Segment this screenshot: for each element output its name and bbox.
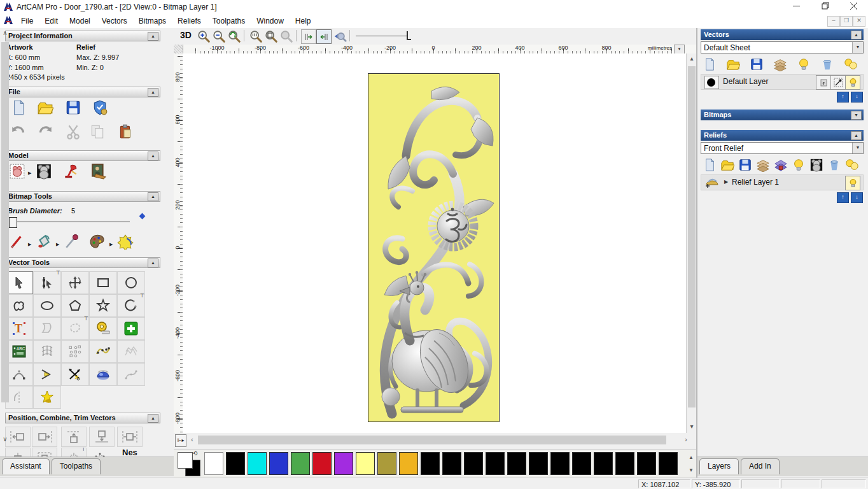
restore-button[interactable] <box>811 0 839 14</box>
save-model-button[interactable] <box>65 99 87 118</box>
reliefs-section-header[interactable]: Reliefs ▲ <box>701 130 864 141</box>
menu-model[interactable]: Model <box>64 14 96 28</box>
align-centre-button[interactable] <box>5 448 31 457</box>
relief-dropdown[interactable]: Front Relief ▼ <box>701 142 864 154</box>
greyscale-preview-button[interactable] <box>809 158 826 173</box>
mdi-restore-button[interactable]: ❐ <box>840 16 853 27</box>
palette-scroll-up-icon[interactable]: ▲ <box>687 453 695 463</box>
zoom-previous-button[interactable] <box>227 29 241 43</box>
paint-brush-button[interactable] <box>9 233 31 252</box>
tab-layers[interactable]: Layers <box>699 458 739 474</box>
palette-swatch[interactable] <box>421 452 440 475</box>
model-wizard-button[interactable] <box>92 99 113 118</box>
vertical-scrollbar[interactable]: ▴ ▾ <box>686 53 697 433</box>
section-header-position-combine-trim[interactable]: Position, Combine, Trim Vectors ▲ <box>5 413 160 423</box>
scroll-down-icon[interactable]: ▾ <box>687 423 697 430</box>
create-text-tool[interactable]: T <box>5 317 33 340</box>
palette-swatch[interactable] <box>486 452 505 475</box>
paste-along-curve-tool[interactable] <box>89 340 117 363</box>
collapse-icon[interactable]: ▲ <box>148 259 158 267</box>
menu-file[interactable]: File <box>15 14 39 28</box>
open-vector-layers-button[interactable] <box>726 57 743 73</box>
palette-swatch[interactable] <box>312 452 332 475</box>
zoom-1to1-button[interactable] <box>249 29 263 43</box>
layer-colour-swatch[interactable] <box>704 76 719 89</box>
horizontal-scrollbar[interactable]: ‹ › <box>188 434 690 446</box>
vector-layer-row[interactable]: Default Layer <box>701 74 864 90</box>
save-vector-layers-button[interactable] <box>750 57 766 73</box>
drawing-canvas[interactable] <box>183 53 686 433</box>
fade-slider-track[interactable] <box>356 36 407 36</box>
scroll-right-icon[interactable]: › <box>682 435 690 445</box>
section-header-project-information[interactable]: Project Information ▲ <box>5 31 160 41</box>
palette-swatch[interactable] <box>507 452 526 475</box>
merge-vector-layers-button[interactable] <box>773 57 790 73</box>
palette-swatch[interactable] <box>464 452 483 475</box>
create-polygon-tool[interactable] <box>61 294 89 317</box>
save-relief-button[interactable] <box>738 158 755 173</box>
palette-swatch[interactable] <box>377 452 396 475</box>
block-copy-tool[interactable] <box>61 340 89 363</box>
relief-layer-row[interactable]: ▶ Relief Layer 1 <box>701 174 864 190</box>
create-rectangle-tool[interactable] <box>89 271 117 294</box>
tab-add-in[interactable]: Add In <box>741 458 780 474</box>
wrap-text-tool[interactable] <box>33 317 61 340</box>
section-header-bitmap-tools[interactable]: Bitmap Tools ▲ <box>5 191 160 202</box>
tab-assistant[interactable]: Assistant <box>2 458 50 474</box>
palette-swatch[interactable] <box>572 452 591 475</box>
copy-button[interactable] <box>89 124 111 143</box>
zoom-in-button[interactable] <box>197 29 211 43</box>
scroll-down-icon[interactable]: ∨ <box>0 436 10 443</box>
delete-relief-layer-button[interactable] <box>827 158 844 173</box>
chevron-down-icon[interactable]: ▼ <box>852 143 863 153</box>
close-button[interactable] <box>839 0 868 14</box>
vectors-section-header[interactable]: Vectors ▲ <box>701 29 864 40</box>
centre-in-page-button[interactable] <box>117 427 143 447</box>
scrollbar-thumb[interactable] <box>688 66 696 408</box>
reduce-colours-button[interactable] <box>117 233 139 252</box>
palette-swatch[interactable] <box>615 452 634 475</box>
paste-button[interactable] <box>117 124 139 143</box>
menu-reliefs[interactable]: Reliefs <box>172 14 207 28</box>
palette-swatch[interactable] <box>594 452 613 475</box>
scrollbar-thumb[interactable] <box>198 436 666 444</box>
move-relief-down-button[interactable]: ↓ <box>851 192 863 203</box>
flyout-arrow-icon[interactable]: ▶ <box>109 242 113 247</box>
offset-vector-tool[interactable]: ⊤ <box>61 317 89 340</box>
vector-doctor-tool[interactable] <box>33 386 61 409</box>
delete-vector-layer-button[interactable] <box>820 57 837 73</box>
menu-vectors[interactable]: Vectors <box>96 14 133 28</box>
align-bottom-button[interactable] <box>89 427 115 447</box>
ruler-unit-dropdown[interactable]: ▼ <box>674 45 685 54</box>
snap-to-layer-button[interactable] <box>830 75 846 90</box>
primary-colour-swatch[interactable] <box>178 452 193 469</box>
menu-bitmaps[interactable]: Bitmaps <box>133 14 172 28</box>
create-circle-tool[interactable] <box>117 271 145 294</box>
menu-edit[interactable]: Edit <box>39 14 64 28</box>
palette-swatch[interactable] <box>356 452 375 475</box>
flyout-arrow-icon[interactable]: ▶ <box>56 242 59 247</box>
nesting-button[interactable]: Nes <box>122 448 137 457</box>
mirror-vectors-tool[interactable] <box>5 386 33 409</box>
paste-position-button[interactable]: ⊤ <box>61 448 87 457</box>
zoom-fit-button[interactable] <box>264 29 278 43</box>
expander-icon[interactable]: ▶ <box>724 179 728 185</box>
vector-sheet-dropdown[interactable]: Default Sheet ▼ <box>701 41 864 53</box>
chevron-down-icon[interactable]: ▼ <box>852 42 863 53</box>
scroll-left-icon[interactable]: ‹ <box>188 435 197 445</box>
transform-tool[interactable] <box>61 271 89 294</box>
menu-help[interactable]: Help <box>290 14 317 28</box>
redo-button[interactable] <box>37 124 59 143</box>
greyscale-model-button[interactable] <box>36 163 57 182</box>
open-model-button[interactable] <box>37 99 59 118</box>
all-layers-visibility-button[interactable] <box>844 57 860 73</box>
layer-visibility-button[interactable] <box>845 75 860 90</box>
vector-texture-tool[interactable] <box>117 340 145 363</box>
mdi-minimize-button[interactable]: – <box>827 16 840 27</box>
undo-button[interactable] <box>10 124 32 143</box>
palette-swatch[interactable] <box>550 452 570 475</box>
section-header-model[interactable]: Model ▲ <box>5 150 160 161</box>
toggle-layer-visibility-button[interactable] <box>797 57 813 73</box>
new-relief-layer-button[interactable] <box>703 158 719 173</box>
palette-swatch[interactable] <box>248 452 267 475</box>
